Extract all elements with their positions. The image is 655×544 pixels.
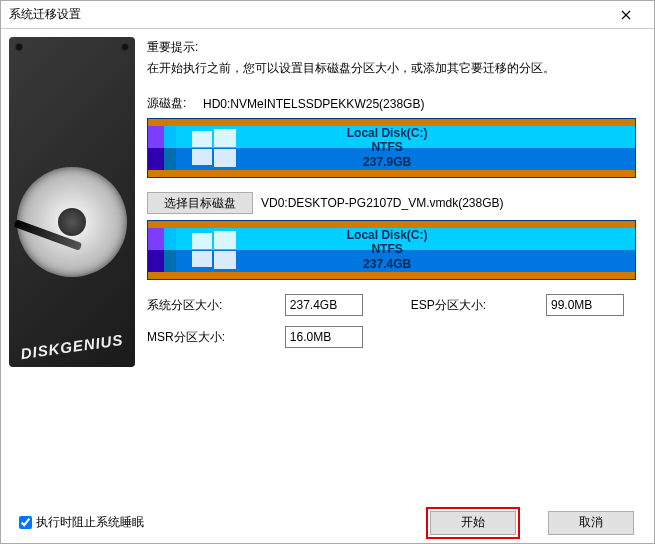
svg-rect-6 <box>192 251 212 267</box>
close-icon <box>621 10 631 20</box>
svg-rect-7 <box>214 251 236 269</box>
svg-rect-0 <box>192 131 212 147</box>
prevent-sleep-checkbox-wrap[interactable]: 执行时阻止系统睡眠 <box>19 514 144 531</box>
partition-fs: NTFS <box>347 141 428 155</box>
footer: 执行时阻止系统睡眠 开始 取消 <box>1 501 654 543</box>
source-label: 源磁盘: <box>147 95 195 112</box>
partition-segment[interactable] <box>148 119 156 177</box>
msr-size-input[interactable] <box>285 326 363 348</box>
tip-heading: 重要提示: <box>147 39 636 56</box>
dialog-window: 系统迁移设置 DISKGENIUS 重要提示: 在开始执行之前，您可以设置目标磁… <box>0 0 655 544</box>
partition-info: Local Disk(C:) NTFS 237.4GB <box>347 228 428 271</box>
cancel-button[interactable]: 取消 <box>548 511 634 535</box>
start-button[interactable]: 开始 <box>430 511 516 535</box>
esp-size-input[interactable] <box>546 294 624 316</box>
svg-rect-3 <box>214 149 236 167</box>
titlebar: 系统迁移设置 <box>1 1 654 29</box>
prevent-sleep-label: 执行时阻止系统睡眠 <box>36 514 144 531</box>
main-panel: 重要提示: 在开始执行之前，您可以设置目标磁盘分区大小，或添加其它要迁移的分区。… <box>141 29 654 501</box>
svg-rect-5 <box>214 231 236 249</box>
svg-rect-2 <box>192 149 212 165</box>
brand-text: DISKGENIUS <box>20 331 125 362</box>
partition-name: Local Disk(C:) <box>347 126 428 140</box>
partition-name: Local Disk(C:) <box>347 228 428 242</box>
size-grid: 系统分区大小: ESP分区大小: MSR分区大小: <box>147 294 636 348</box>
close-button[interactable] <box>606 1 646 29</box>
partition-segment[interactable] <box>164 221 176 279</box>
msr-size-label: MSR分区大小: <box>147 329 249 346</box>
windows-icon <box>192 129 236 167</box>
partition-segment-main[interactable]: Local Disk(C:) NTFS 237.4GB <box>176 221 635 279</box>
source-disk-name: HD0:NVMeINTELSSDPEKKW25(238GB) <box>203 97 424 111</box>
target-disk-name: VD0:DESKTOP-PG2107D_VM.vmdk(238GB) <box>261 196 504 210</box>
partition-size: 237.9GB <box>347 155 428 169</box>
target-disk-bar[interactable]: Local Disk(C:) NTFS 237.4GB <box>147 220 636 280</box>
partition-size: 237.4GB <box>347 257 428 271</box>
partition-segment[interactable] <box>164 119 176 177</box>
target-disk-row: 选择目标磁盘 VD0:DESKTOP-PG2107D_VM.vmdk(238GB… <box>147 192 636 214</box>
select-target-button[interactable]: 选择目标磁盘 <box>147 192 253 214</box>
prevent-sleep-checkbox[interactable] <box>19 516 32 529</box>
cancel-button-wrap: 取消 <box>546 509 636 537</box>
svg-rect-1 <box>214 129 236 147</box>
start-button-highlight: 开始 <box>426 507 520 539</box>
svg-rect-4 <box>192 233 212 249</box>
system-size-label: 系统分区大小: <box>147 297 249 314</box>
window-title: 系统迁移设置 <box>9 6 606 23</box>
partition-info: Local Disk(C:) NTFS 237.9GB <box>347 126 428 169</box>
source-disk-bar[interactable]: Local Disk(C:) NTFS 237.9GB <box>147 118 636 178</box>
source-disk-row: 源磁盘: HD0:NVMeINTELSSDPEKKW25(238GB) <box>147 95 636 112</box>
partition-segment[interactable] <box>156 221 164 279</box>
partition-segment[interactable] <box>156 119 164 177</box>
tip-text: 在开始执行之前，您可以设置目标磁盘分区大小，或添加其它要迁移的分区。 <box>147 60 636 77</box>
sidebar: DISKGENIUS <box>1 29 141 501</box>
disk-illustration: DISKGENIUS <box>9 37 135 367</box>
partition-segment-main[interactable]: Local Disk(C:) NTFS 237.9GB <box>176 119 635 177</box>
partition-segment[interactable] <box>148 221 156 279</box>
esp-size-label: ESP分区大小: <box>411 297 510 314</box>
dialog-body: DISKGENIUS 重要提示: 在开始执行之前，您可以设置目标磁盘分区大小，或… <box>1 29 654 501</box>
system-size-input[interactable] <box>285 294 363 316</box>
partition-fs: NTFS <box>347 243 428 257</box>
windows-icon <box>192 231 236 269</box>
